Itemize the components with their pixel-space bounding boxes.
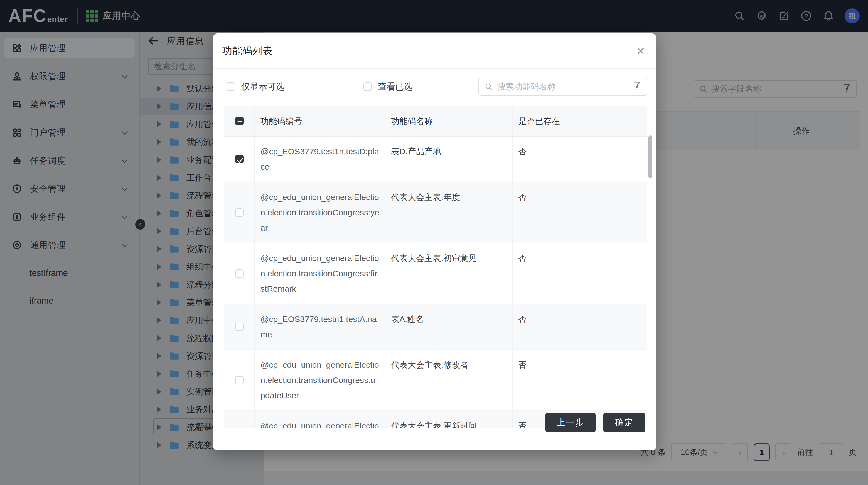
cell-function-code: @cp_EOS3779.testn1.testA:name	[255, 304, 385, 349]
function-code-table: 功能码编号 功能码名称 是否已存在 @cp_EOS3779.test1n.tes…	[224, 106, 647, 428]
column-header-exists: 是否已存在	[513, 106, 647, 136]
checkbox-icon[interactable]	[364, 82, 372, 91]
function-code-search-input[interactable]: 搜索功能码名称	[478, 78, 647, 95]
function-code-search-placeholder: 搜索功能码名称	[497, 81, 556, 92]
table-row: @cp_edu_union_generalElection.election.t…	[224, 243, 647, 304]
checkbox-label: 仅显示可选	[241, 81, 284, 92]
close-icon[interactable]	[634, 45, 647, 57]
select-all-checkbox[interactable]	[235, 117, 244, 125]
table-row: @cp_edu_union_generalElection.election.t…	[224, 350, 647, 411]
filter-icon[interactable]	[632, 81, 641, 92]
modal-controls: 仅显示可选 查看已选 搜索功能码名称	[213, 74, 656, 99]
column-header-code: 功能码编号	[255, 106, 385, 136]
cell-function-code: @cp_edu_union_generalElection.election.t…	[255, 243, 385, 304]
previous-step-button[interactable]: 上一步	[546, 413, 595, 432]
function-code-modal: 功能码列表 仅显示可选 查看已选 搜索功能码名称	[213, 33, 656, 451]
cell-exists: 否	[513, 137, 647, 182]
cell-exists: 否	[513, 182, 647, 242]
cell-function-code: @cp_edu_union_generalElection.election.t…	[255, 182, 385, 242]
table-body: @cp_EOS3779.test1n.testD:place表D.产品产地否@c…	[224, 137, 647, 428]
row-checkbox[interactable]	[235, 155, 244, 163]
checkbox-icon[interactable]	[227, 82, 235, 91]
modal-footer: 上一步 确定	[213, 406, 656, 451]
modal-title: 功能码列表	[222, 44, 273, 57]
cell-function-name: 表D.产品产地	[385, 137, 513, 182]
table-row: @cp_edu_union_generalElection.election.t…	[224, 182, 647, 243]
cell-exists: 否	[513, 304, 647, 349]
cell-function-code: @cp_edu_union_generalElection.election.t…	[255, 350, 385, 410]
cell-exists: 否	[513, 243, 647, 304]
show-selected-checkbox[interactable]: 查看已选	[364, 74, 412, 99]
row-checkbox[interactable]	[235, 322, 244, 331]
row-checkbox[interactable]	[235, 208, 244, 217]
table-header-row: 功能码编号 功能码名称 是否已存在	[224, 106, 647, 137]
table-row: @cp_EOS3779.testn1.testA:name表A.姓名否	[224, 304, 647, 350]
cell-function-name: 代表大会主表.初审意见	[385, 243, 513, 304]
cell-exists: 否	[513, 350, 647, 410]
row-checkbox[interactable]	[235, 269, 244, 278]
confirm-button[interactable]: 确定	[603, 413, 645, 432]
show-selectable-checkbox[interactable]: 仅显示可选	[227, 74, 284, 99]
table-row: @cp_EOS3779.test1n.testD:place表D.产品产地否	[224, 137, 647, 182]
cell-function-code: @cp_EOS3779.test1n.testD:place	[255, 137, 385, 182]
search-icon	[485, 82, 493, 91]
cell-function-name: 代表大会主表.年度	[385, 182, 513, 242]
cell-function-name: 代表大会主表.修改者	[385, 350, 513, 410]
app-screen: AFC enter 应用中心 AI ? 租	[0, 0, 868, 485]
row-checkbox[interactable]	[235, 376, 244, 384]
modal-header: 功能码列表	[213, 33, 656, 69]
checkbox-label: 查看已选	[378, 81, 412, 92]
cell-function-name: 表A.姓名	[385, 304, 513, 349]
table-scrollbar[interactable]	[648, 135, 652, 178]
column-header-name: 功能码名称	[385, 106, 513, 136]
